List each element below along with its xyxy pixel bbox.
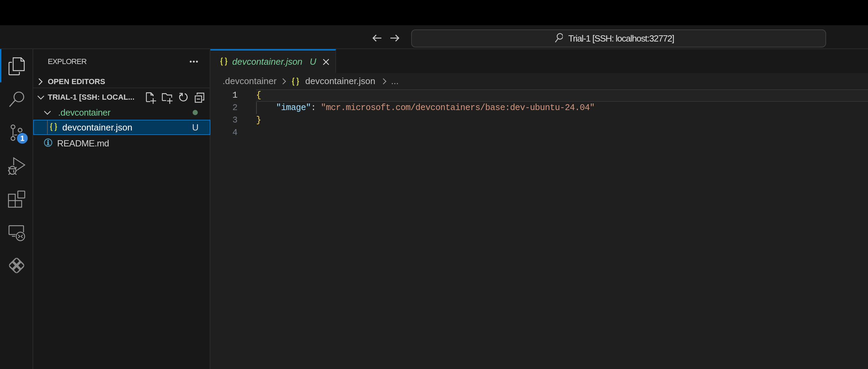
svg-text:1: 1 [20, 134, 24, 143]
